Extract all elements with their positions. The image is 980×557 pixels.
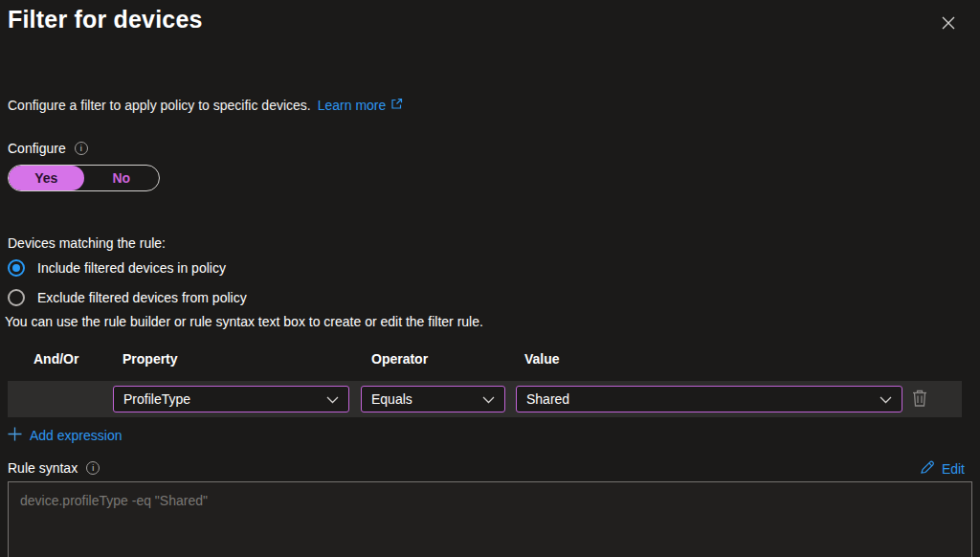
- operator-dropdown-value: Equals: [371, 391, 412, 407]
- info-icon[interactable]: i: [86, 461, 100, 475]
- radio-exclude[interactable]: Exclude filtered devices from policy: [8, 289, 247, 306]
- column-header-andor: And/Or: [33, 351, 78, 367]
- close-icon: [941, 15, 956, 33]
- edit-label: Edit: [942, 461, 965, 477]
- intro-row: Configure a filter to apply policy to sp…: [8, 98, 403, 113]
- edit-rule-syntax-button[interactable]: Edit: [920, 459, 965, 478]
- rule-match-label: Devices matching the rule:: [8, 235, 166, 251]
- column-header-property: Property: [122, 351, 178, 367]
- radio-exclude-label: Exclude filtered devices from policy: [37, 290, 247, 305]
- column-header-operator: Operator: [371, 351, 428, 367]
- trash-icon: [911, 389, 928, 411]
- column-header-value: Value: [524, 351, 560, 367]
- toggle-no[interactable]: No: [84, 166, 160, 190]
- value-dropdown-value: Shared: [526, 391, 569, 407]
- chevron-down-icon: [326, 391, 339, 407]
- plus-icon: [8, 427, 22, 444]
- rule-syntax-label-row: Rule syntax i: [8, 460, 100, 476]
- chevron-down-icon: [482, 391, 495, 407]
- configure-toggle: Yes No: [8, 165, 160, 191]
- value-dropdown[interactable]: Shared: [516, 386, 902, 412]
- learn-more-link[interactable]: Learn more: [318, 98, 387, 113]
- property-dropdown[interactable]: ProfileType: [113, 386, 349, 412]
- helper-text: You can use the rule builder or rule syn…: [5, 314, 483, 329]
- radio-include[interactable]: Include filtered devices in policy: [8, 259, 226, 277]
- add-expression-label: Add expression: [30, 428, 122, 443]
- configure-label-row: Configure i: [8, 141, 88, 156]
- pencil-icon: [920, 459, 935, 478]
- info-icon[interactable]: i: [75, 142, 88, 155]
- external-link-icon: [390, 98, 403, 113]
- rule-syntax-label: Rule syntax: [8, 460, 78, 476]
- radio-include-label: Include filtered devices in policy: [37, 260, 226, 276]
- close-button[interactable]: [937, 12, 960, 35]
- delete-row-button[interactable]: [908, 388, 931, 411]
- chevron-down-icon: [880, 391, 892, 407]
- add-expression-button[interactable]: Add expression: [8, 427, 122, 444]
- configure-label: Configure: [8, 141, 66, 156]
- intro-text: Configure a filter to apply policy to sp…: [8, 98, 311, 113]
- property-dropdown-value: ProfileType: [123, 391, 190, 407]
- radio-selected-icon: [8, 259, 25, 277]
- toggle-yes[interactable]: Yes: [9, 166, 84, 190]
- radio-unselected-icon: [8, 289, 25, 306]
- operator-dropdown[interactable]: Equals: [361, 386, 505, 412]
- page-title: Filter for devices: [8, 6, 203, 33]
- rule-syntax-textbox[interactable]: device.profileType -eq "Shared": [8, 481, 972, 557]
